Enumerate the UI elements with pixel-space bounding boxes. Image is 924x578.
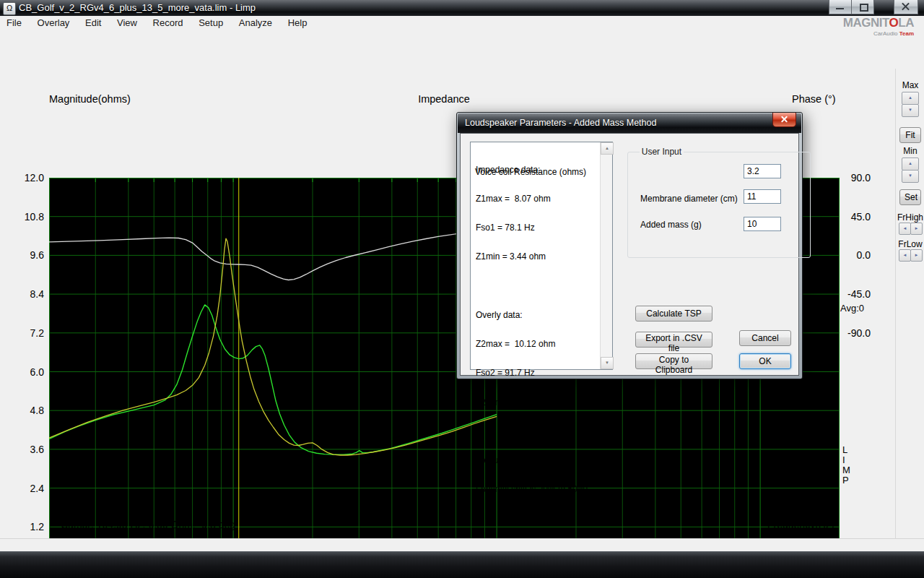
arrow-right-icon: ► (910, 223, 923, 235)
impedance-report-text: Impedance data: Z1max = 8.07 ohm Fso1 = … (476, 146, 598, 514)
window-title: CB_Golf_v_2_RGv4_6_plus_13_5_more_vata.l… (19, 0, 256, 16)
menu-help[interactable]: Help (282, 16, 314, 30)
desktop: Ω CB_Golf_v_2_RGv4_6_plus_13_5_more_vata… (0, 0, 924, 578)
menu-edit[interactable]: Edit (79, 16, 108, 30)
title-bar[interactable]: Ω CB_Golf_v_2_RGv4_6_plus_13_5_more_vata… (0, 0, 924, 16)
dialog-close-button[interactable] (772, 113, 796, 127)
scroll-up-icon[interactable]: ▲ (601, 142, 614, 155)
cursor-readout: Cursor: 104.93 Hz, 6.36 Ohm, -9.8 deg (61, 519, 235, 530)
frhigh-label: FrHigh (896, 212, 924, 223)
membrane-diameter-label: Membrane diameter (cm) (640, 194, 738, 204)
voice-coil-resistance-field[interactable] (744, 164, 781, 178)
mag-tick-label: 4.8 (30, 405, 45, 416)
menu-view[interactable]: View (110, 16, 144, 30)
min-stepper[interactable]: ▲▼ (902, 158, 919, 184)
arrow-right-icon: ► (910, 249, 923, 262)
mag-tick-label: 6.0 (30, 366, 45, 378)
membrane-diameter-field[interactable] (744, 189, 781, 204)
dialog-title: Loudspeaker Parameters - Added Mass Meth… (465, 118, 656, 128)
dialog-title-bar[interactable]: Loudspeaker Parameters - Added Mass Meth… (458, 113, 801, 133)
ok-button[interactable]: OK (739, 353, 791, 369)
set-button[interactable]: Set (899, 189, 921, 205)
chart-title: Impedance (401, 93, 487, 105)
mag-tick-label: 2.4 (30, 483, 45, 494)
max-label: Max (896, 80, 924, 90)
frhigh-arrows[interactable]: ◄► (899, 223, 922, 234)
added-mass-field[interactable] (744, 217, 781, 231)
max-stepper[interactable]: ▲▼ (902, 92, 919, 118)
restore-button[interactable] (851, 0, 874, 14)
export-csv-button[interactable]: Export in .CSV file (635, 332, 712, 348)
x-axis-title: Frequency(Hz) (767, 519, 834, 530)
mag-tick-label: 7.2 (30, 327, 45, 339)
taskbar: e S Ω MAGNITOLA[.ORG] [.RU] [.NET] EN ▲ … (0, 551, 924, 578)
loudspeaker-parameters-dialog: Loudspeaker Parameters - Added Mass Meth… (456, 112, 803, 379)
added-mass-label: Added mass (g) (640, 220, 702, 230)
menu-bar: File Overlay Edit View Record Setup Anal… (0, 16, 924, 31)
mag-tick-label: 3.6 (30, 444, 45, 455)
series-phase-current (49, 229, 497, 280)
limp-logo-vertical: L I M P (842, 445, 850, 486)
user-input-legend: User Input (640, 147, 684, 157)
phase-tick-label: -90.0 (847, 327, 871, 339)
mag-tick-label: 10.8 (25, 211, 44, 223)
phase-tick-label: 45.0 (851, 211, 871, 223)
app-icon: Ω (3, 2, 16, 15)
mag-tick-label: 1.2 (30, 521, 45, 532)
scroll-down-icon[interactable]: ▼ (601, 357, 614, 369)
menu-analyze[interactable]: Analyze (232, 16, 279, 30)
fit-button[interactable]: Fit (899, 127, 921, 143)
frlow-label: FrLow (896, 239, 924, 249)
menu-record[interactable]: Record (147, 16, 190, 30)
mag-tick-label: 12.0 (25, 172, 44, 184)
menu-file[interactable]: File (0, 16, 28, 30)
status-bar: Ready L:0dB R:0dB Impedance Measurement (0, 538, 924, 552)
arrow-left-icon: ◄ (899, 223, 911, 235)
dialog-body: Impedance data: Z1max = 8.07 ohm Fso1 = … (460, 133, 799, 376)
scale-control-panel: Max ▲▼ Fit Min ▲▼ Set FrHigh ◄► FrLow ◄► (895, 69, 924, 538)
minimize-button[interactable] (829, 0, 852, 14)
menu-setup[interactable]: Setup (192, 16, 230, 30)
avg-counter: Avg:0 (840, 303, 864, 314)
close-button[interactable] (894, 0, 918, 14)
series-impedance-current (49, 305, 497, 454)
calculate-tsp-button[interactable]: Calculate TSP (635, 306, 712, 322)
frlow-arrows[interactable]: ◄► (899, 249, 922, 261)
phase-tick-label: -45.0 (847, 288, 871, 300)
phase-tick-label: 0.0 (857, 249, 871, 261)
arrow-left-icon: ◄ (899, 249, 911, 262)
voice-coil-resistance-label: Voice coil Resistance (ohms) (475, 167, 586, 177)
phase-tick-label: 90.0 (851, 172, 871, 184)
scrollbar[interactable]: ▲ ▼ (600, 142, 612, 369)
series-impedance-overlay (49, 238, 497, 455)
mag-tick-label: 9.6 (30, 249, 45, 261)
copy-to-clipboard-button[interactable]: Copy to Clipboard (635, 353, 712, 369)
menu-overlay[interactable]: Overlay (31, 16, 77, 30)
magnitude-axis-title: Magnitude(ohms) (49, 93, 131, 105)
cancel-button[interactable]: Cancel (739, 330, 791, 346)
mag-tick-label: 8.4 (30, 288, 45, 300)
toolbar: CAL Mag M+P (0, 30, 924, 50)
min-label: Min (896, 146, 924, 156)
generator-bar: Gen Pink PN ▼ Fstart(Hz) ▲▼ Fstop(Hz) ▲▼… (0, 49, 924, 69)
phase-axis-title: Phase (°) (792, 93, 836, 105)
